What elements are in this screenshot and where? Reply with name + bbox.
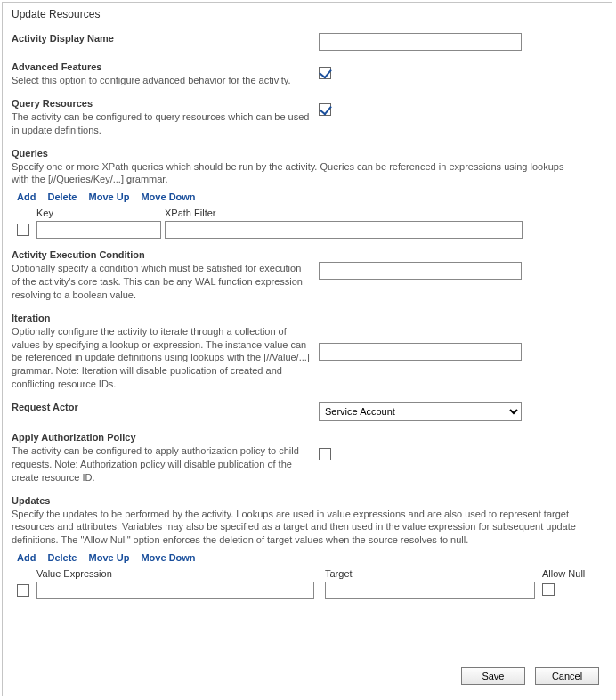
iteration-desc: Optionally configure the activity to ite… xyxy=(12,325,310,391)
panel-title: Update Resources xyxy=(12,8,603,20)
iteration-section: Iteration Optionally configure the activ… xyxy=(12,313,603,391)
updates-row-select-checkbox[interactable] xyxy=(17,584,29,597)
updates-header-target: Target xyxy=(325,568,539,579)
updates-delete-link[interactable]: Delete xyxy=(47,552,77,563)
apply-auth-policy-desc: The activity can be configured to apply … xyxy=(12,444,310,484)
queries-grid-row xyxy=(17,221,603,239)
updates-section: Updates Specify the updates to be perfor… xyxy=(12,495,603,600)
updates-desc: Specify the updates to be performed by t… xyxy=(12,508,581,548)
save-button[interactable]: Save xyxy=(461,667,525,685)
iteration-label: Iteration xyxy=(12,313,310,323)
activity-display-name-label: Activity Display Name xyxy=(12,33,310,44)
activity-display-name-input[interactable] xyxy=(319,33,522,51)
updates-movedown-link[interactable]: Move Down xyxy=(141,552,195,563)
advanced-features-checkbox[interactable] xyxy=(319,67,331,79)
queries-moveup-link[interactable]: Move Up xyxy=(89,191,130,202)
query-resources-section: Query Resources The activity can be conf… xyxy=(12,98,603,137)
query-resources-desc: The activity can be configured to query … xyxy=(12,110,310,137)
advanced-features-label: Advanced Features xyxy=(12,61,310,72)
query-resources-checkbox[interactable] xyxy=(319,103,331,116)
queries-desc: Specify one or more XPath queries which … xyxy=(12,160,581,187)
updates-header-valueexpr: Value Expression xyxy=(36,568,318,579)
advanced-features-desc: Select this option to configure advanced… xyxy=(12,74,310,87)
queries-header-key: Key xyxy=(36,208,165,218)
updates-grid-header: Value Expression Target Allow Null xyxy=(17,568,603,579)
queries-row-key-input[interactable] xyxy=(36,221,161,239)
queries-label: Queries xyxy=(12,148,603,159)
updates-add-link[interactable]: Add xyxy=(17,552,36,563)
apply-auth-policy-label: Apply Authorization Policy xyxy=(12,432,310,443)
updates-actions: Add Delete Move Up Move Down xyxy=(17,552,603,563)
updates-row-target-input[interactable] xyxy=(325,582,535,599)
activity-exec-condition-section: Activity Execution Condition Optionally … xyxy=(12,249,603,302)
queries-header-xpath: XPath Filter xyxy=(165,208,603,218)
request-actor-label: Request Actor xyxy=(12,402,310,412)
queries-actions: Add Delete Move Up Move Down xyxy=(17,191,603,202)
apply-auth-policy-checkbox[interactable] xyxy=(319,448,331,460)
queries-grid-header: Key XPath Filter xyxy=(17,208,603,218)
queries-movedown-link[interactable]: Move Down xyxy=(141,191,195,202)
update-resources-panel: Update Resources Activity Display Name A… xyxy=(2,2,612,696)
updates-row-allownull-checkbox[interactable] xyxy=(542,583,555,596)
query-resources-label: Query Resources xyxy=(12,98,310,109)
activity-exec-condition-label: Activity Execution Condition xyxy=(12,249,310,260)
activity-display-name-section: Activity Display Name xyxy=(12,33,603,51)
activity-exec-condition-desc: Optionally specify a condition which mus… xyxy=(12,262,310,302)
updates-label: Updates xyxy=(12,495,603,506)
queries-row-xpath-input[interactable] xyxy=(165,221,523,239)
queries-section: Queries Specify one or more XPath querie… xyxy=(12,148,603,240)
cancel-button[interactable]: Cancel xyxy=(535,667,599,685)
activity-exec-condition-input[interactable] xyxy=(319,262,522,280)
updates-grid-row xyxy=(17,582,603,599)
updates-header-allownull: Allow Null xyxy=(542,568,597,579)
apply-auth-policy-section: Apply Authorization Policy The activity … xyxy=(12,432,603,484)
queries-row-select-checkbox[interactable] xyxy=(17,224,29,236)
request-actor-select[interactable]: Service Account xyxy=(319,402,522,421)
request-actor-section: Request Actor Service Account xyxy=(12,402,603,421)
iteration-input[interactable] xyxy=(319,343,522,361)
queries-delete-link[interactable]: Delete xyxy=(47,191,77,202)
queries-add-link[interactable]: Add xyxy=(17,191,36,202)
updates-row-valueexpr-input[interactable] xyxy=(36,582,314,599)
advanced-features-section: Advanced Features Select this option to … xyxy=(12,61,603,87)
updates-moveup-link[interactable]: Move Up xyxy=(89,552,130,563)
button-row: Save Cancel xyxy=(454,667,599,685)
